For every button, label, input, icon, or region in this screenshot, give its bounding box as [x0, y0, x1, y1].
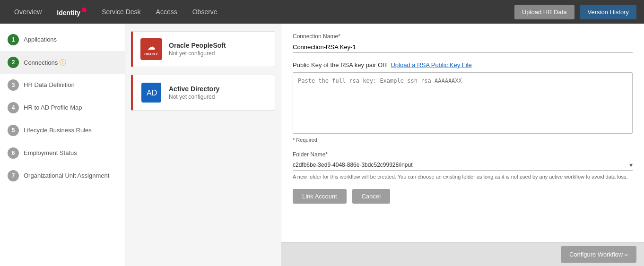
- active-directory-icon: AD: [141, 83, 161, 103]
- folder-dropdown-arrow[interactable]: ▾: [629, 161, 633, 169]
- folder-name-group: Folder Name* ▾ A new folder for this wor…: [293, 151, 633, 180]
- upload-rsa-key-link[interactable]: Upload a RSA Public Key File: [391, 61, 471, 69]
- sidebar-label-lifecycle: Lifecycle Business Rules: [24, 125, 92, 135]
- nav-access[interactable]: Access: [149, 5, 184, 18]
- step-circle-6: 6: [8, 147, 19, 159]
- oracle-card-icon: ☁ ORACLE: [139, 37, 163, 61]
- step-circle-5: 5: [8, 125, 19, 136]
- connections-info-icon: ⓘ: [60, 59, 66, 66]
- step-circle-2: 2: [8, 57, 19, 68]
- sidebar-label-hr-data: HR Data Definition: [24, 79, 75, 89]
- connection-name-input[interactable]: [293, 42, 633, 53]
- sidebar-label-applications: Applications: [24, 34, 57, 44]
- step-circle-3: 3: [8, 79, 19, 91]
- oracle-icon: ☁ ORACLE: [140, 38, 162, 60]
- public-key-label: Public Key of the RSA key pair OR: [293, 61, 387, 69]
- action-buttons: Link Account Cancel: [293, 189, 633, 204]
- connection-name-group: Connection Name*: [293, 33, 633, 53]
- ad-card-icon: AD: [139, 81, 163, 104]
- sidebar-item-applications[interactable]: 1 Applications: [0, 28, 125, 51]
- main-layout: 1 Applications 2 Connectionsⓘ 3 HR Data …: [0, 24, 644, 266]
- folder-name-label: Folder Name*: [293, 151, 633, 158]
- cancel-button[interactable]: Cancel: [352, 189, 390, 204]
- connections-panel: ☁ ORACLE Oracle PeopleSoft Not yet confi…: [125, 24, 281, 266]
- identity-badge: [82, 8, 87, 12]
- public-key-group: Public Key of the RSA key pair OR Upload…: [293, 61, 633, 143]
- svg-text:AD: AD: [147, 89, 157, 97]
- version-history-button[interactable]: Version History: [580, 5, 636, 19]
- configure-workflow-button[interactable]: Configure Workflow »: [561, 246, 636, 263]
- oracle-peoplesoft-card[interactable]: ☁ ORACLE Oracle PeopleSoft Not yet confi…: [131, 31, 275, 67]
- folder-name-input[interactable]: [293, 160, 629, 170]
- folder-hint-text: A new folder for this workflow will be c…: [293, 173, 633, 180]
- connection-name-label: Connection Name*: [293, 33, 633, 40]
- sidebar-item-hr-ad-map[interactable]: 4 HR to AD Profile Map: [0, 96, 125, 119]
- right-panel: Connection Name* Public Key of the RSA k…: [281, 24, 644, 266]
- sidebar-label-employment: Employment Status: [24, 147, 77, 157]
- sidebar-item-employment-status[interactable]: 6 Employment Status: [0, 142, 125, 164]
- sidebar-label-connections: Connectionsⓘ: [24, 57, 66, 68]
- step-circle-4: 4: [8, 102, 19, 113]
- required-note: * Required: [293, 137, 633, 143]
- nav-overview[interactable]: Overview: [8, 5, 48, 18]
- ad-card-status: Not yet configured: [169, 94, 219, 100]
- sidebar-label-hr-ad: HR to AD Profile Map: [24, 102, 82, 112]
- public-key-row: Public Key of the RSA key pair OR Upload…: [293, 61, 633, 69]
- folder-row: ▾: [293, 160, 633, 171]
- nav-service-desk[interactable]: Service Desk: [95, 5, 147, 18]
- sidebar-item-hr-data-definition[interactable]: 3 HR Data Definition: [0, 74, 125, 96]
- bottom-bar: Configure Workflow »: [281, 242, 644, 266]
- sidebar-item-connections[interactable]: 2 Connectionsⓘ: [0, 51, 125, 74]
- oracle-card-status: Not yet configured: [169, 50, 226, 57]
- step-circle-1: 1: [8, 34, 19, 45]
- sidebar: 1 Applications 2 Connectionsⓘ 3 HR Data …: [0, 24, 125, 266]
- upload-hr-data-button[interactable]: Upload HR Data: [514, 5, 574, 19]
- top-navigation: Overview Identity Service Desk Access Ob…: [0, 0, 644, 24]
- link-account-button[interactable]: Link Account: [293, 189, 347, 204]
- oracle-card-title: Oracle PeopleSoft: [169, 42, 226, 49]
- rsa-key-textarea[interactable]: [293, 72, 633, 134]
- sidebar-item-lifecycle[interactable]: 5 Lifecycle Business Rules: [0, 119, 125, 142]
- step-circle-7: 7: [8, 170, 19, 181]
- sidebar-item-org-unit[interactable]: 7 Organizational Unit Assignment: [0, 164, 125, 187]
- active-directory-card[interactable]: AD Active Directory Not yet configured: [131, 75, 275, 111]
- nav-identity[interactable]: Identity: [50, 5, 93, 19]
- ad-card-title: Active Directory: [169, 85, 219, 93]
- nav-observe[interactable]: Observe: [186, 5, 224, 18]
- sidebar-label-org-unit: Organizational Unit Assignment: [24, 170, 109, 180]
